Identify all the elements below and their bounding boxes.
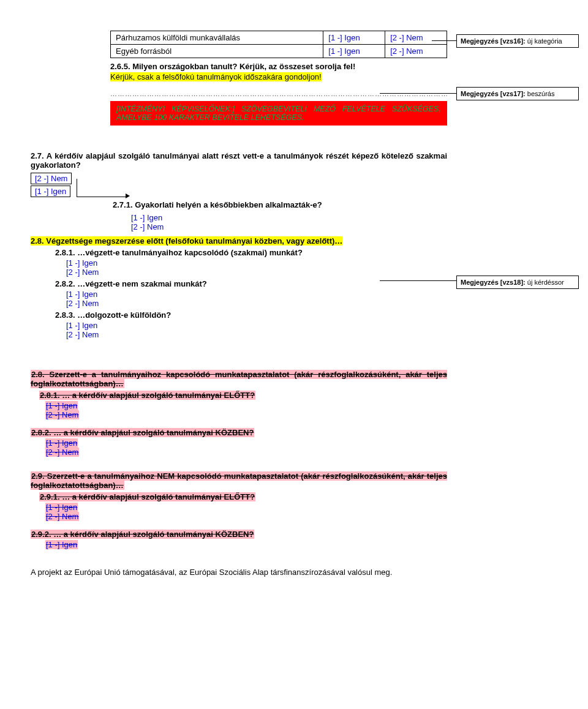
- deleted-text: 2.8.1. … a kérdőív alapjául szolgáló tan…: [39, 391, 255, 400]
- table-cell-option: [1 -] Igen: [323, 45, 385, 58]
- comment-text: új kategória: [526, 37, 562, 45]
- highlighted-insert-line: Kérjük, csak a felsőfokú tanulmányok idő…: [110, 72, 447, 81]
- option-igen-boxed: [1 -] Igen: [31, 186, 70, 197]
- comment-label: Megjegyzés [vzs16]:: [461, 37, 526, 45]
- deleted-text: 2.8.2. … a kérdőív alapjául szolgáló tan…: [31, 428, 254, 437]
- deleted-text: 2.8. Szerzett-e a tanulmányaihoz kapcsol…: [31, 370, 447, 388]
- highlight-text: Kérjük, csak a felsőfokú tanulmányok idő…: [110, 72, 322, 81]
- option-nem: [2 -] Nem: [66, 299, 447, 308]
- deleted-option: [1 -] Igen: [45, 438, 78, 448]
- highlight-text: 2.8. Végzettsége megszerzése előtt (fels…: [31, 236, 342, 246]
- table-row: Egyéb forrásból [1 -] Igen [2 -] Nem: [111, 45, 447, 58]
- deleted-question-29: 2.9. Szerzett-e a tanulmányaihoz NEM kap…: [31, 471, 447, 490]
- table-cell-label: Párhuzamos külföldi munkavállalás: [111, 31, 323, 45]
- deleted-option: [2 -] Nem: [45, 410, 79, 419]
- option-nem: [2 -] Nem: [66, 330, 447, 339]
- page-footer: A projekt az Európai Unió támogatásával,…: [31, 568, 533, 577]
- table-cell-option: [1 -] Igen: [323, 31, 385, 45]
- comment-balloon-vzs18: Megjegyzés [vzs18]: új kérdéssor: [456, 276, 579, 289]
- deleted-question-28: 2.8. Szerzett-e a tanulmányaihoz kapcsol…: [31, 370, 447, 388]
- question-27: 2.7. A kérdőív alapjául szolgáló tanulmá…: [31, 151, 447, 170]
- table-cell-label: Egyéb forrásból: [111, 45, 323, 58]
- question-265: 2.6.5. Milyen országokban tanult? Kérjük…: [110, 62, 447, 71]
- table-row: Párhuzamos külföldi munkavállalás [1 -] …: [111, 31, 447, 45]
- comment-text: beszúrás: [526, 90, 555, 97]
- table-cell-option: [2 -] Nem: [385, 31, 447, 45]
- question-283: 2.8.3. …dolgozott-e külföldön?: [55, 310, 447, 320]
- deleted-question-291: 2.9.1. … a kérdőív alapjául szolgáló tan…: [39, 492, 447, 501]
- question-271: 2.7.1. Gyakorlati helyén a későbbiekben …: [113, 200, 447, 209]
- question-281: 2.8.1. …végzett-e tanulmányaihoz kapcsol…: [55, 248, 447, 257]
- flow-line: [77, 179, 128, 197]
- table-cell-option: [2 -] Nem: [385, 45, 447, 58]
- deleted-option: [1 -] Igen: [45, 401, 78, 410]
- option-nem: [2 -] Nem: [66, 268, 447, 277]
- option-igen: [1 -] Igen: [66, 321, 447, 330]
- comment-balloon-vzs16: Megjegyzés [vzs16]: új kategória: [456, 34, 579, 48]
- options-table: Párhuzamos külföldi munkavállalás [1 -] …: [110, 31, 447, 58]
- option-igen: [1 -] Igen: [66, 290, 447, 299]
- comment-text: új kérdéssor: [526, 279, 564, 286]
- comment-connector: [380, 93, 456, 94]
- option-igen: [1 -] Igen: [131, 213, 447, 222]
- comment-label: Megjegyzés [vzs18]:: [461, 279, 526, 286]
- deleted-option: [2 -] Nem: [45, 512, 79, 521]
- deleted-question-282: 2.8.2. … a kérdőív alapjául szolgáló tan…: [31, 428, 447, 437]
- deleted-option: [1 -] Igen: [45, 540, 78, 549]
- comment-balloon-vzs17: Megjegyzés [vzs17]: beszúrás: [456, 87, 579, 100]
- deleted-question-292: 2.9.2. … a kérdőív alapjául szolgáló tan…: [31, 530, 447, 539]
- option-nem-boxed: [2 -] Nem: [31, 173, 72, 184]
- arrow-head-icon: [126, 193, 130, 198]
- comment-label: Megjegyzés [vzs17]:: [461, 90, 526, 97]
- instruction-redbox: [INTÉZMÉNYI KÉPVISELŐNEK:] SZÖVEGBEVITEL…: [110, 101, 447, 126]
- deleted-text: 2.9.1. … a kérdőív alapjául szolgáló tan…: [39, 492, 255, 501]
- deleted-text: 2.9. Szerzett-e a tanulmányaihoz NEM kap…: [31, 471, 447, 490]
- dotted-fill-line: ……………………………………………………………………………………………………………: [110, 90, 447, 97]
- deleted-option: [1 -] Igen: [45, 503, 78, 512]
- deleted-text: 2.9.2. … a kérdőív alapjául szolgáló tan…: [31, 530, 254, 539]
- deleted-option: [2 -] Nem: [45, 448, 79, 457]
- comment-connector: [380, 280, 456, 281]
- question-28: 2.8. Végzettsége megszerzése előtt (fels…: [31, 236, 447, 246]
- deleted-question-281: 2.8.1. … a kérdőív alapjául szolgáló tan…: [39, 391, 447, 400]
- option-igen: [1 -] Igen: [66, 258, 447, 268]
- instruction-text: [INTÉZMÉNYI KÉPVISELŐNEK:] SZÖVEGBEVITEL…: [116, 105, 441, 122]
- comment-connector: [432, 40, 456, 41]
- option-nem: [2 -] Nem: [131, 222, 447, 231]
